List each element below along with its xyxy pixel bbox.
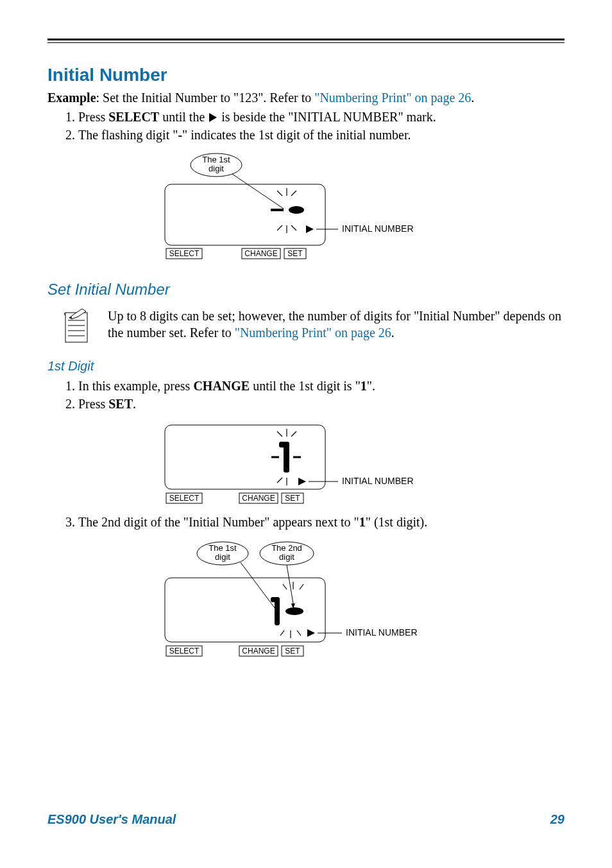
example-end: .	[471, 91, 474, 105]
note-end: .	[391, 326, 395, 340]
note-block: Up to 8 digits can be set; however, the …	[63, 308, 565, 345]
step-bold: 1	[359, 515, 366, 529]
step-text: is beside the "INITIAL NUMBER" mark.	[218, 110, 436, 124]
svg-line-44	[300, 584, 303, 589]
step-bold: 1	[361, 379, 367, 393]
step-text: Press	[78, 397, 108, 411]
svg-point-7	[289, 206, 304, 214]
diagram-button: CHANGE	[242, 647, 275, 655]
step-text: The flashing digit "	[78, 128, 178, 142]
step-text: until the	[159, 110, 208, 124]
callout-text: The 1st	[208, 543, 237, 553]
svg-marker-51	[307, 629, 315, 637]
step-text: " (1st digit).	[366, 515, 428, 529]
page-footer: ES900 User's Manual 29	[47, 812, 565, 827]
svg-line-22	[277, 431, 282, 437]
diagram-2: INITIAL NUMBER SELECT CHANGE SET	[47, 421, 565, 507]
list-item: The 2nd digit of the "Initial Number" ap…	[78, 514, 565, 530]
footer-page-number: 29	[550, 812, 565, 827]
callout-text: digit	[279, 552, 294, 562]
note-link[interactable]: "Numbering Print" on page 26	[235, 326, 391, 340]
section-title: Initial Number	[47, 65, 565, 85]
subsub-title: 1st Digit	[47, 359, 565, 374]
svg-line-8	[277, 225, 282, 230]
svg-line-42	[283, 584, 287, 589]
svg-rect-46	[271, 597, 276, 602]
svg-line-50	[297, 630, 301, 636]
diagram-button: SELECT	[169, 249, 200, 258]
step-bold: CHANGE	[193, 379, 250, 393]
callout-text: The 1st	[202, 155, 230, 164]
side-label: INITIAL NUMBER	[342, 223, 414, 234]
list-item: In this example, press CHANGE until the …	[78, 378, 565, 394]
side-label: INITIAL NUMBER	[342, 476, 414, 486]
svg-line-5	[291, 191, 296, 196]
top-rule	[47, 39, 565, 43]
list-item: Press SELECT until the is beside the "IN…	[78, 108, 565, 125]
svg-line-10	[291, 225, 296, 230]
example-text: : Set the Initial Number to "123". Refer…	[96, 91, 315, 105]
step-text: ".	[367, 379, 375, 393]
example-link[interactable]: "Numbering Print" on page 26	[314, 91, 471, 105]
svg-line-1	[232, 174, 284, 209]
diagram-button: CHANGE	[242, 494, 275, 503]
side-label: INITIAL NUMBER	[346, 627, 418, 638]
diagram-1: The 1st digit INITIAL	[47, 152, 565, 264]
step-text: Press	[78, 110, 108, 124]
callout-text: digit	[215, 552, 230, 562]
diagram-button: SET	[287, 249, 303, 258]
step-text: " indicates the 1st digit of the initial…	[182, 128, 411, 142]
step-bold: SELECT	[108, 110, 159, 124]
play-triangle-icon	[209, 113, 217, 122]
step-text: until the 1st digit is "	[250, 379, 361, 393]
diagram-button: SET	[285, 494, 300, 503]
list-item: The flashing digit "-" indicates the 1st…	[78, 126, 565, 143]
subsection-title: Set Initial Number	[47, 281, 565, 299]
notepad-icon	[63, 308, 92, 345]
step-text: In this example, press	[78, 379, 193, 393]
note-text: Up to 8 digits can be set; however, the …	[108, 308, 565, 341]
step-bold: SET	[108, 397, 133, 411]
list-item: Press SET.	[78, 395, 565, 412]
diagram-button: SET	[285, 647, 300, 655]
example-label: Example	[47, 91, 96, 105]
svg-line-37	[241, 562, 275, 609]
svg-marker-11	[306, 225, 314, 233]
callout-text: digit	[208, 164, 224, 173]
diagram-button: SELECT	[169, 494, 200, 503]
svg-line-39	[287, 565, 293, 603]
first-digit-steps-b: The 2nd digit of the "Initial Number" ap…	[78, 514, 565, 530]
svg-rect-2	[165, 184, 325, 245]
svg-line-24	[291, 431, 296, 437]
diagram-3: The 1st digit The 2nd digit	[47, 539, 565, 664]
first-digit-steps-a: In this example, press CHANGE until the …	[78, 378, 565, 412]
diagram-button: SELECT	[169, 647, 200, 655]
step-text: .	[133, 397, 136, 411]
svg-line-48	[280, 630, 284, 636]
svg-rect-26	[279, 442, 285, 447]
top-steps: Press SELECT until the is beside the "IN…	[78, 108, 565, 143]
svg-line-3	[277, 191, 282, 196]
callout-text: The 2nd	[271, 543, 302, 553]
svg-point-47	[285, 607, 303, 615]
diagram-button: CHANGE	[244, 249, 277, 258]
step-text: The 2nd digit of the "Initial Number" ap…	[78, 515, 359, 529]
example-line: Example: Set the Initial Number to "123"…	[47, 89, 565, 106]
footer-manual: ES900 User's Manual	[47, 812, 176, 827]
svg-line-29	[277, 478, 282, 483]
svg-marker-31	[298, 478, 306, 485]
